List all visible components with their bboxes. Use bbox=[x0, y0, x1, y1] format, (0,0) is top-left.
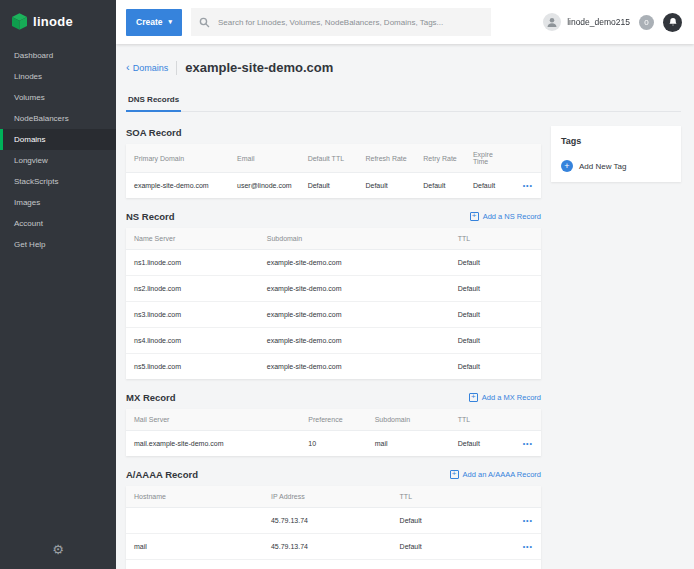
cell bbox=[512, 354, 541, 380]
sidebar-item-volumes[interactable]: Volumes bbox=[0, 87, 116, 108]
linode-logo-icon bbox=[12, 13, 27, 30]
cell: user@linode.com bbox=[229, 173, 300, 199]
sidebar-item-longview[interactable]: Longview bbox=[0, 150, 116, 171]
add-circle-icon: + bbox=[561, 160, 573, 172]
cell bbox=[126, 508, 263, 534]
add-mx-record-button[interactable]: + Add a MX Record bbox=[469, 393, 541, 402]
cell: Default bbox=[392, 534, 512, 560]
column-header: Default TTL bbox=[300, 144, 358, 173]
sidebar-item-account[interactable]: Account bbox=[0, 213, 116, 234]
sidebar-item-stackscripts[interactable]: StackScripts bbox=[0, 171, 116, 192]
add-new-tag-button[interactable]: + Add New Tag bbox=[561, 160, 671, 172]
cell: ns2.linode.com bbox=[126, 276, 259, 302]
table-row: ns4.linode.com example-site-demo.com Def… bbox=[126, 328, 541, 354]
a-aaaa-section-title: A/AAAA Record bbox=[126, 469, 198, 480]
tab-bar: DNS Records bbox=[126, 88, 681, 112]
notification-badge[interactable]: 0 bbox=[639, 15, 654, 30]
column-header: Subdomain bbox=[259, 228, 450, 250]
table-row: ns2.linode.com example-site-demo.com Def… bbox=[126, 276, 541, 302]
column-header: Email bbox=[229, 144, 300, 173]
cell: Default bbox=[392, 560, 512, 569]
column-header-actions bbox=[512, 228, 541, 250]
sidebar-item-domains[interactable]: Domains bbox=[0, 129, 116, 150]
sidebar: linode Dashboard Linodes Volumes NodeBal… bbox=[0, 0, 116, 569]
row-actions-menu-icon[interactable]: ••• bbox=[512, 534, 541, 560]
column-header: Expire Time bbox=[465, 144, 515, 173]
sidebar-item-linodes[interactable]: Linodes bbox=[0, 66, 116, 87]
tab-dns-records[interactable]: DNS Records bbox=[126, 95, 181, 112]
table-row: example-site-demo.com user@linode.com De… bbox=[126, 173, 541, 199]
column-header: Retry Rate bbox=[415, 144, 465, 173]
column-header: Mail Server bbox=[126, 409, 300, 431]
sidebar-item-dashboard[interactable]: Dashboard bbox=[0, 45, 116, 66]
username: linode_demo215 bbox=[567, 17, 630, 27]
add-ns-record-button[interactable]: + Add a NS Record bbox=[470, 212, 541, 221]
mx-record-section: MX Record + Add a MX Record Mail Server … bbox=[126, 391, 541, 456]
column-header: TTL bbox=[450, 409, 512, 431]
settings-gear-icon[interactable]: ⚙ bbox=[0, 530, 116, 569]
row-actions-menu-icon[interactable]: ••• bbox=[512, 431, 541, 457]
topbar: Create ▾ linode_demo215 0 bbox=[116, 0, 694, 44]
cell: example-site-demo.com bbox=[259, 302, 450, 328]
cell: Default bbox=[450, 250, 512, 276]
tags-panel: Tags + Add New Tag bbox=[551, 126, 681, 182]
page-title: example-site-demo.com bbox=[185, 60, 333, 75]
sidebar-nav: Dashboard Linodes Volumes NodeBalancers … bbox=[0, 45, 116, 255]
table-header-row: Hostname IP Address TTL bbox=[126, 486, 541, 508]
column-header: Subdomain bbox=[367, 409, 450, 431]
column-header-actions bbox=[512, 486, 541, 508]
linode-logo-text: linode bbox=[33, 14, 73, 29]
table-row: mail 45.79.13.74 Default ••• bbox=[126, 534, 541, 560]
soa-record-section: SOA Record Primary Domain Email Default … bbox=[126, 126, 541, 198]
cell: 10 bbox=[300, 431, 366, 457]
bell-icon[interactable] bbox=[663, 13, 682, 32]
create-button-label: Create bbox=[136, 17, 162, 27]
soa-section-title: SOA Record bbox=[126, 127, 182, 138]
table-row: 45.79.13.74 Default ••• bbox=[126, 508, 541, 534]
row-actions-menu-icon[interactable]: ••• bbox=[512, 560, 541, 569]
user-menu[interactable]: linode_demo215 bbox=[543, 13, 630, 31]
table-row: ns3.linode.com example-site-demo.com Def… bbox=[126, 302, 541, 328]
column-header: Primary Domain bbox=[126, 144, 229, 173]
cell: Default bbox=[450, 328, 512, 354]
search-box[interactable] bbox=[191, 8, 491, 36]
cell: mail.example-site-demo.com bbox=[126, 431, 300, 457]
column-header: TTL bbox=[450, 228, 512, 250]
row-actions-menu-icon[interactable]: ••• bbox=[515, 173, 541, 199]
table-header-row: Name Server Subdomain TTL bbox=[126, 228, 541, 250]
sidebar-item-nodebalancers[interactable]: NodeBalancers bbox=[0, 108, 116, 129]
cell: example-site-demo.com bbox=[259, 328, 450, 354]
cell: ns1.linode.com bbox=[126, 250, 259, 276]
column-header-actions bbox=[512, 409, 541, 431]
add-box-icon: + bbox=[469, 393, 478, 402]
cell: example-site-demo.com bbox=[259, 354, 450, 380]
cell: mail bbox=[367, 431, 450, 457]
cell: example-site-demo.com bbox=[259, 250, 450, 276]
table-row: mail.example-site-demo.com 10 mail Defau… bbox=[126, 431, 541, 457]
cell: Default bbox=[450, 431, 512, 457]
sidebar-item-get-help[interactable]: Get Help bbox=[0, 234, 116, 255]
cell bbox=[512, 328, 541, 354]
add-box-icon: + bbox=[450, 470, 459, 479]
soa-table: Primary Domain Email Default TTL Refresh… bbox=[126, 144, 541, 198]
cell: 45.79.13.74 bbox=[263, 534, 392, 560]
search-input[interactable] bbox=[216, 17, 483, 28]
cell: Default bbox=[357, 173, 415, 199]
a-aaaa-table: Hostname IP Address TTL 45.79.13.74 Defa… bbox=[126, 486, 541, 569]
cell: ns5.linode.com bbox=[126, 354, 259, 380]
cell: example-site-demo.com bbox=[259, 276, 450, 302]
table-header-row: Mail Server Preference Subdomain TTL bbox=[126, 409, 541, 431]
cell: www bbox=[126, 560, 263, 569]
cell: Default bbox=[300, 173, 358, 199]
breadcrumb-domains[interactable]: ‹ Domains bbox=[126, 62, 168, 73]
linode-logo[interactable]: linode bbox=[0, 0, 116, 45]
add-a-aaaa-record-button[interactable]: + Add an A/AAAA Record bbox=[450, 470, 541, 479]
cell: Default bbox=[415, 173, 465, 199]
column-header: Name Server bbox=[126, 228, 259, 250]
cell: mail bbox=[126, 534, 263, 560]
create-button[interactable]: Create ▾ bbox=[126, 9, 182, 36]
row-actions-menu-icon[interactable]: ••• bbox=[512, 508, 541, 534]
sidebar-item-images[interactable]: Images bbox=[0, 192, 116, 213]
cell: ns4.linode.com bbox=[126, 328, 259, 354]
mx-section-title: MX Record bbox=[126, 392, 176, 403]
